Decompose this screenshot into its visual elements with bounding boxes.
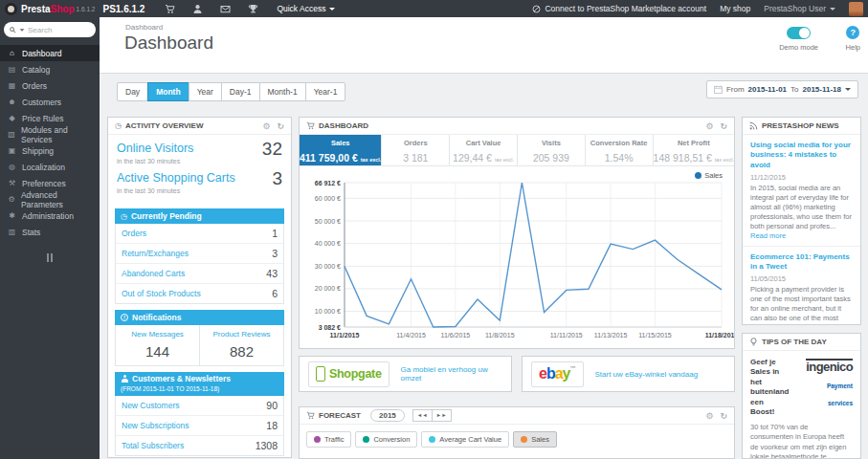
sales-chart[interactable]: 66 912 €60 000 €50 000 €40 000 €30 000 €… (300, 166, 734, 348)
new-messages-value: 144 (116, 343, 199, 360)
user-avatar[interactable] (849, 2, 863, 16)
read-more-link[interactable]: Read more (750, 231, 786, 240)
active-carts-link[interactable]: Active Shopping Carts (117, 171, 235, 185)
pending-orders-link[interactable]: Orders (122, 229, 146, 238)
range-month-1-button[interactable]: Month-1 (259, 82, 306, 101)
ebay-logo[interactable]: ebay™ (531, 361, 584, 387)
breadcrumb[interactable]: Dashboard (125, 23, 163, 32)
shopgate-logo[interactable]: Shopgate (308, 361, 389, 387)
range-month-button[interactable]: Month (147, 82, 189, 101)
envelope-icon[interactable] (220, 4, 231, 14)
product-reviews-cell[interactable]: Product Reviews882 (199, 325, 283, 365)
sidebar-item-label: Shipping (22, 146, 54, 156)
quick-access-menu[interactable]: Quick Access (277, 4, 335, 13)
gear-icon[interactable]: ⚙ (705, 411, 713, 421)
brand-name[interactable]: PrestaShop (21, 4, 75, 14)
range-day-1-button[interactable]: Day-1 (221, 82, 260, 101)
date-picker-button[interactable]: From 2015-11-01 To 2015-11-18 (706, 80, 858, 98)
sidebar-item-dashboard[interactable]: ⌂Dashboard (0, 45, 100, 61)
kpi-cart-value[interactable]: Cart Value129,44 € tax excl. (450, 135, 518, 165)
online-visitors-link[interactable]: Online Visitors (117, 142, 193, 155)
sidebar-item-orders[interactable]: ▦Orders (0, 77, 100, 94)
news-article: Using social media for your business: 4 … (743, 135, 860, 246)
refresh-icon[interactable]: ↻ (720, 411, 727, 421)
kpi-visits[interactable]: Visits205 939 (518, 135, 586, 165)
ingenico-logo[interactable]: ingenico Paymentservices (790, 358, 853, 409)
range-year-button[interactable]: Year (189, 82, 222, 101)
gear-icon[interactable]: ⚙ (262, 121, 270, 131)
customers-row: New Customers90 (116, 396, 283, 415)
sidebar-item-localization[interactable]: ◍Localization (0, 159, 100, 175)
book-icon: ▤ (8, 65, 16, 74)
sidebar-item-modules[interactable]: ▧Modules and Services (0, 126, 100, 142)
out-of-stock-link[interactable]: Out of Stock Products (122, 289, 201, 298)
user-menu-label: PrestaShop User (764, 4, 826, 13)
panel-title: TIPS OF THE DAY (762, 338, 827, 346)
forecast-panel: FORECAST 2015 ◄◄►► ⚙↻ Traffic Conversion… (299, 406, 735, 459)
refresh-icon[interactable]: ↻ (720, 121, 727, 131)
previous-year-button[interactable]: ◄◄ (412, 409, 433, 422)
forecast-legend-sales[interactable]: Sales (513, 431, 557, 448)
new-messages-cell[interactable]: New Messages144 (116, 325, 199, 365)
help-icon[interactable]: ? (846, 26, 859, 39)
person-icon[interactable] (192, 4, 203, 14)
kpi-label: Net Profit (654, 139, 734, 147)
my-shop-link[interactable]: My shop (720, 4, 750, 13)
news-article-title-link[interactable]: Using social media for your business: 4 … (750, 141, 853, 170)
kpi-label: Orders (382, 139, 449, 147)
shopgate-link[interactable]: Ga mobiel en verhoog uw omzet (401, 365, 502, 382)
cart-icon[interactable] (165, 4, 175, 14)
sidebar-item-price-rules[interactable]: ◆Price Rules (0, 110, 100, 126)
sidebar-item-label: Orders (22, 81, 47, 91)
abandoned-carts-link[interactable]: Abandoned Carts (122, 269, 185, 278)
refresh-icon[interactable]: ↻ (277, 121, 284, 131)
pending-returns-link[interactable]: Return/Exchanges (122, 249, 189, 258)
online-visitors-value: 32 (262, 142, 282, 157)
tip-body: 30 tot 70% van de consumenten in Europa … (750, 423, 853, 459)
chart-legend[interactable]: Sales (695, 171, 723, 180)
clock-icon: ◷ (115, 121, 122, 130)
sidebar-item-customers[interactable]: ☻Customers (0, 94, 100, 110)
new-subscriptions-link[interactable]: New Subscriptions (122, 421, 189, 430)
ebay-link[interactable]: Start uw eBay-winkel vandaag (595, 370, 699, 379)
new-customers-link[interactable]: New Customers (122, 401, 179, 410)
sidebar-item-preferences[interactable]: ⚒Preferences (0, 175, 100, 191)
trophy-icon[interactable] (248, 4, 258, 14)
forecast-legend-average-cart-value[interactable]: Average Cart Value (421, 431, 509, 448)
forecast-legend-traffic[interactable]: Traffic (306, 431, 351, 448)
sidebar-item-stats[interactable]: ▥Stats (0, 224, 100, 240)
sidebar-item-administration[interactable]: ✱Administration (0, 208, 100, 224)
svg-text:11/8/2015: 11/8/2015 (485, 332, 515, 339)
prestashop-logo-icon[interactable] (5, 3, 17, 15)
chevron-down-icon (329, 8, 335, 11)
svg-text:60 000 €: 60 000 € (315, 195, 341, 202)
svg-text:3 082 €: 3 082 € (319, 324, 341, 331)
kpi-net-profit[interactable]: Net Profit148 918,51 € tax excl. (654, 135, 734, 165)
sales-dot (521, 436, 527, 443)
total-subscribers-link[interactable]: Total Subscribers (122, 441, 184, 450)
ps-version-label: PS1.6.1.2 (102, 4, 145, 14)
kpi-sales[interactable]: Sales411 759,00 € tax excl. (300, 135, 382, 165)
range-year-1-button[interactable]: Year-1 (305, 82, 346, 101)
gear-icon[interactable]: ⚙ (705, 121, 713, 131)
range-day-button[interactable]: Day (117, 82, 148, 101)
marketplace-link[interactable]: Connect to PrestaShop Marketplace accoun… (532, 4, 706, 13)
legend-label: Sales (704, 171, 723, 180)
news-article-title-link[interactable]: Ecommerce 101: Payments in a Tweet (750, 252, 853, 273)
next-year-button[interactable]: ►► (432, 409, 452, 422)
sidebar-item-shipping[interactable]: ▣Shipping (0, 142, 100, 159)
my-shop-label: My shop (720, 4, 750, 13)
kpi-orders[interactable]: Orders3 181 (382, 135, 450, 165)
sidebar-collapse-button[interactable] (0, 253, 100, 262)
date-to-value: 2015-11-18 (803, 85, 841, 94)
user-menu[interactable]: PrestaShop User (764, 4, 835, 13)
sidebar-item-advanced-parameters[interactable]: ⚙Advanced Parameters (0, 191, 100, 208)
forecast-legend-conversion[interactable]: Conversion (355, 431, 417, 448)
news-article-body: Picking a payment provider is one of the… (750, 285, 851, 325)
sidebar-search[interactable] (4, 22, 96, 37)
customers-row: New Subscriptions18 (116, 415, 283, 435)
sidebar-item-catalog[interactable]: ▤Catalog (0, 61, 100, 77)
demo-mode-toggle[interactable] (787, 27, 811, 39)
search-input[interactable] (28, 26, 78, 34)
kpi-conversion-rate[interactable]: Conversion Rate1.54% (586, 135, 654, 165)
